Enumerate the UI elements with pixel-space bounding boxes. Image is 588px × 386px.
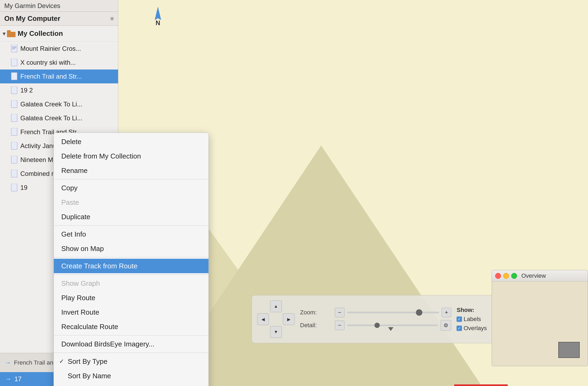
svg-rect-8 [11,45,17,52]
svg-rect-6 [7,30,11,32]
menu-item-rename-label: Rename [61,167,88,175]
north-arrow: N [150,5,166,27]
zoom-minus-button[interactable]: − [335,308,344,317]
detail-settings-button[interactable]: ⚙ [441,320,451,331]
menu-item-recalculate-route-label: Recalculate Route [61,323,118,331]
overview-close-button[interactable] [495,273,501,279]
zoom-label: Zoom: [300,309,332,316]
menu-item-get-info-label: Get Info [61,230,86,238]
detail-slider[interactable] [347,325,438,326]
svg-rect-20 [11,128,17,136]
doc-icon-7 [11,128,18,136]
labels-checkbox[interactable]: ✓ [457,316,462,322]
show-label: Show: [457,307,487,314]
menu-item-show-on-map[interactable]: Show on Map [54,241,208,256]
overview-mini-map [558,342,580,358]
svg-rect-24 [11,156,17,163]
overview-content [492,281,588,366]
detail-indicator [388,327,393,331]
menu-item-create-track-label: Create Track from Route [61,262,138,270]
menu-item-recalculate-route[interactable]: Recalculate Route [54,319,208,334]
overview-zoom-button[interactable] [511,273,517,279]
overview-title: Overview [521,272,546,279]
overview-minimize-button[interactable] [503,273,509,279]
menu-item-show-on-map-label: Show on Map [61,245,104,253]
menu-separator-1 [54,179,208,179]
detail-slider-thumb[interactable] [374,323,380,328]
menu-separator-2 [54,225,208,226]
collection-header[interactable]: ▾ My Collection [0,26,118,42]
folder-icon [7,30,16,37]
menu-item-delete-label: Delete [61,138,81,146]
menu-item-delete[interactable]: Delete [54,134,208,149]
menu-item-rename[interactable]: Rename [54,163,208,178]
menu-item-copy[interactable]: Copy [54,181,208,195]
labels-checkbox-row[interactable]: ✓ Labels [457,316,487,323]
menu-item-invert-route[interactable]: Invert Route [54,305,208,319]
svg-rect-22 [11,142,17,149]
doc-icon-4 [11,86,18,94]
svg-rect-16 [11,100,17,108]
active-route-arrow: → [5,376,11,383]
overlays-checkbox[interactable]: ✓ [457,326,462,331]
menu-item-copy-label: Copy [61,184,78,192]
overview-titlebar: Overview [492,270,588,281]
menu-item-sort-by-date-newest[interactable]: Sort By Date: Newest First [54,383,208,386]
menu-item-get-info[interactable]: Get Info [54,227,208,241]
menu-item-create-track[interactable]: Create Track from Route [54,259,208,273]
context-menu: Delete Delete from My Collection Rename … [54,133,209,386]
collection-arrow: ▾ [3,30,5,37]
doc-icon-11 [11,184,18,192]
garmin-devices-label: My Garmin Devices [4,2,60,10]
doc-icon-1 [11,45,18,53]
collection-label: My Collection [18,29,63,38]
nav-right-button[interactable]: ▶ [283,313,295,325]
nav-up-button[interactable]: ▲ [270,300,282,312]
section-menu-icon[interactable]: ≡ [110,15,114,22]
nav-left-button[interactable]: ◀ [257,313,269,325]
menu-item-play-route-label: Play Route [61,294,95,302]
labels-label: Labels [464,316,481,323]
svg-rect-18 [11,114,17,122]
list-item-2[interactable]: X country ski with... [0,56,118,70]
menu-item-duplicate[interactable]: Duplicate [54,210,208,224]
detail-label: Detail: [300,322,332,329]
nav-pad: ▲ ▼ ◀ ▶ [257,300,295,338]
list-item-3[interactable]: French Trail and Str... [0,70,118,83]
show-section: Show: ✓ Labels ✓ Overlays [457,307,487,332]
zoom-slider[interactable] [347,312,439,313]
red-indicator-line [454,384,508,386]
zoom-detail-section: Zoom: − + Detail: − ⚙ [300,308,451,331]
list-item-5[interactable]: Galatea Creek To Li... [0,97,118,111]
zoom-slider-thumb[interactable] [416,309,422,316]
doc-icon-8 [11,142,18,150]
doc-icon-9 [11,156,18,164]
menu-item-sort-by-type[interactable]: ✓ Sort By Type [54,354,208,369]
menu-item-download-birdseye[interactable]: Download BirdsEye Imagery... [54,337,208,351]
list-item-label-3: French Trail and Str... [20,73,82,80]
svg-rect-14 [11,86,17,94]
list-item-label-4: 19 2 [20,87,33,94]
list-item-1[interactable]: Mount Rainier Cros... [0,42,118,56]
zoom-plus-button[interactable]: + [442,308,451,317]
detail-row: Detail: − ⚙ [300,320,451,331]
svg-marker-1 [155,7,161,20]
overview-panel: Overview [492,270,588,366]
list-item-6[interactable]: Galatea Creek To Li... [0,111,118,125]
svg-text:N: N [155,19,160,26]
list-item-4[interactable]: 19 2 [0,83,118,97]
menu-item-invert-route-label: Invert Route [61,308,99,316]
doc-icon-5 [11,100,18,108]
nav-down-button[interactable]: ▼ [270,326,282,338]
zoom-row: Zoom: − + [300,308,451,317]
menu-item-play-route[interactable]: Play Route [54,291,208,305]
menu-item-delete-from-collection[interactable]: Delete from My Collection [54,149,208,163]
doc-icon-6 [11,114,18,122]
svg-rect-28 [11,184,17,191]
detail-minus-button[interactable]: − [335,321,344,330]
overlays-checkbox-row[interactable]: ✓ Overlays [457,325,487,332]
map-controls: ▲ ▼ ◀ ▶ Zoom: − + Detail: − ⚙ Show: [252,295,530,343]
menu-item-duplicate-label: Duplicate [61,213,90,221]
menu-item-sort-by-name[interactable]: Sort By Name [54,369,208,383]
menu-item-download-birdseye-label: Download BirdsEye Imagery... [61,340,154,348]
